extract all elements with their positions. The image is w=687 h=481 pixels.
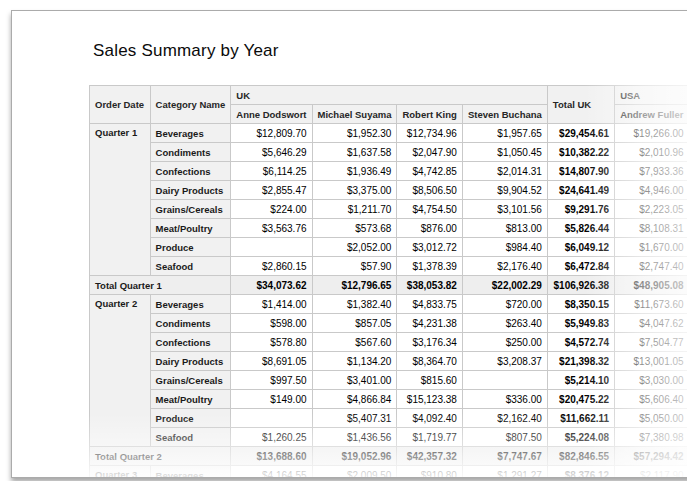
- table-row: Meat/Poultry$149.00$4,866.84$15,123.38$3…: [90, 390, 687, 409]
- table-row: Dairy Products$8,691.05$1,134.20$8,364.7…: [90, 352, 687, 371]
- total-row: Total Quarter 2$13,688.60$19,052.96$42,3…: [90, 447, 687, 466]
- value-cell: [231, 238, 312, 257]
- value-cell: $57,294.42: [615, 447, 687, 466]
- value-cell: $4,164.55: [231, 466, 312, 479]
- value-cell: $10,382.22: [547, 143, 614, 162]
- total-label-cell: Total Quarter 1: [90, 276, 231, 295]
- table-row: Produce$5,407.31$4,092.40$2,162.40$11,66…: [90, 409, 687, 428]
- value-cell: $5,214.10: [547, 371, 614, 390]
- category-cell: Seafood: [150, 257, 231, 276]
- value-cell: $4,092.40: [397, 409, 462, 428]
- value-cell: $573.68: [312, 219, 397, 238]
- value-cell: $4,742.85: [397, 162, 462, 181]
- table-row: Quarter 2Beverages$1,414.00$1,382.40$4,8…: [90, 295, 687, 314]
- value-cell: $8,108.31: [615, 219, 687, 238]
- table-row: Grains/Cereals$224.00$1,211.70$4,754.50$…: [90, 200, 687, 219]
- table-row: Condiments$598.00$857.05$4,231.38$263.40…: [90, 314, 687, 333]
- table-row: Grains/Cereals$997.50$3,401.00$815.60$5,…: [90, 371, 687, 390]
- quarter-cell: Quarter 3: [90, 466, 151, 479]
- employee-header: Andrew Fuller: [615, 105, 687, 124]
- value-cell: $9,904.52: [462, 181, 547, 200]
- value-cell: $1,382.40: [312, 295, 397, 314]
- value-cell: $13,688.60: [231, 447, 312, 466]
- value-cell: $12,796.65: [312, 276, 397, 295]
- value-cell: $336.00: [462, 390, 547, 409]
- table-row: Dairy Products$2,855.47$3,375.00$8,506.5…: [90, 181, 687, 200]
- value-cell: $5,050.00: [615, 409, 687, 428]
- table-row: Quarter 3Beverages$4,164.55$2,009.50$910…: [90, 466, 687, 479]
- value-cell: $720.00: [462, 295, 547, 314]
- value-cell: $598.00: [231, 314, 312, 333]
- value-cell: $1,719.77: [397, 428, 462, 447]
- value-cell: $149.00: [231, 390, 312, 409]
- value-cell: $2,047.90: [397, 143, 462, 162]
- table-row: Condiments$5,646.29$1,637.58$2,047.90$1,…: [90, 143, 687, 162]
- value-cell: $5,949.83: [547, 314, 614, 333]
- total-label-cell: Total Quarter 2: [90, 447, 231, 466]
- value-cell: $21,398.32: [547, 352, 614, 371]
- table-row: Confections$6,114.25$1,936.49$4,742.85$2…: [90, 162, 687, 181]
- value-cell: $24,641.49: [547, 181, 614, 200]
- value-cell: $2,747.40: [615, 257, 687, 276]
- group-header-uk: UK: [231, 86, 548, 105]
- value-cell: $2,010.96: [615, 143, 687, 162]
- value-cell: $1,050.45: [462, 143, 547, 162]
- value-cell: $2,855.47: [231, 181, 312, 200]
- value-cell: $12,809.70: [231, 124, 312, 143]
- value-cell: $5,826.44: [547, 219, 614, 238]
- value-cell: $82,846.55: [547, 447, 614, 466]
- sales-table: Order DateCategory NameUKTotal UKUSAAnne…: [89, 85, 687, 478]
- value-cell: $3,208.37: [462, 352, 547, 371]
- value-cell: $4,754.50: [397, 200, 462, 219]
- value-cell: $5,606.40: [615, 390, 687, 409]
- value-cell: $48,905.08: [615, 276, 687, 295]
- category-cell: Dairy Products: [150, 352, 231, 371]
- value-cell: $19,266.00: [615, 124, 687, 143]
- value-cell: $8,350.15: [547, 295, 614, 314]
- table-row: Produce$2,052.00$3,012.72$984.40$6,049.1…: [90, 238, 687, 257]
- value-cell: $578.80: [231, 333, 312, 352]
- col-header-category-name: Category Name: [150, 86, 231, 124]
- value-cell: [462, 371, 547, 390]
- value-cell: $910.80: [397, 466, 462, 479]
- value-cell: $1,952.30: [312, 124, 397, 143]
- value-cell: $34,073.62: [231, 276, 312, 295]
- employee-header: Anne Dodswort: [231, 105, 312, 124]
- table-row: Meat/Poultry$3,563.76$573.68$876.00$813.…: [90, 219, 687, 238]
- category-cell: Produce: [150, 409, 231, 428]
- table-body: Quarter 1Beverages$12,809.70$1,952.30$12…: [90, 124, 687, 479]
- table-row: Confections$578.80$567.60$3,176.34$250.0…: [90, 333, 687, 352]
- group-header-usa: USA: [615, 86, 687, 105]
- employee-header: Steven Buchana: [462, 105, 547, 124]
- value-cell: $8,364.70: [397, 352, 462, 371]
- table-row: Seafood$2,860.15$57.90$1,378.39$2,176.40…: [90, 257, 687, 276]
- quarter-cell: Quarter 2: [90, 295, 151, 447]
- value-cell: $263.40: [462, 314, 547, 333]
- value-cell: $8,691.05: [231, 352, 312, 371]
- table-row: Seafood$1,260.25$1,436.56$1,719.77$807.5…: [90, 428, 687, 447]
- value-cell: $4,866.84: [312, 390, 397, 409]
- value-cell: $8,506.50: [397, 181, 462, 200]
- value-cell: $4,946.00: [615, 181, 687, 200]
- value-cell: $250.00: [462, 333, 547, 352]
- category-cell: Produce: [150, 238, 231, 257]
- value-cell: $1,670.00: [615, 238, 687, 257]
- value-cell: $20,475.22: [547, 390, 614, 409]
- value-cell: $2,009.50: [312, 466, 397, 479]
- value-cell: $7,933.36: [615, 162, 687, 181]
- value-cell: $6,114.25: [231, 162, 312, 181]
- value-cell: $4,572.74: [547, 333, 614, 352]
- category-cell: Dairy Products: [150, 181, 231, 200]
- value-cell: $997.50: [231, 371, 312, 390]
- value-cell: $19,052.96: [312, 447, 397, 466]
- value-cell: $3,375.00: [312, 181, 397, 200]
- value-cell: [231, 409, 312, 428]
- table-row: Quarter 1Beverages$12,809.70$1,952.30$12…: [90, 124, 687, 143]
- value-cell: $106,926.38: [547, 276, 614, 295]
- value-cell: $11,662.11: [547, 409, 614, 428]
- quarter-cell: Quarter 1: [90, 124, 151, 276]
- value-cell: $813.00: [462, 219, 547, 238]
- header-row-groups: Order DateCategory NameUKTotal UKUSA: [90, 86, 687, 105]
- value-cell: $11,673.60: [615, 295, 687, 314]
- value-cell: $4,231.38: [397, 314, 462, 333]
